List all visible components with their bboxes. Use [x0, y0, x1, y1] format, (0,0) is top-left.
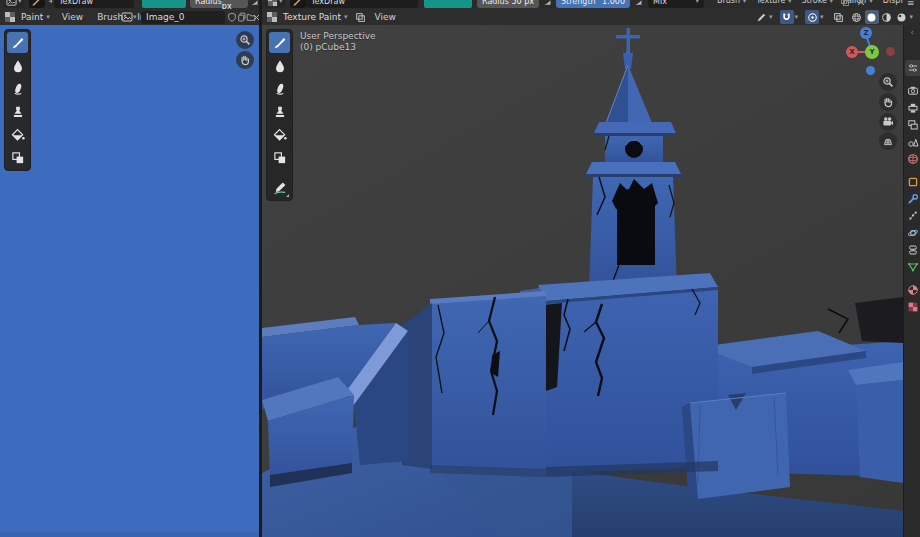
tool-settings-menu[interactable]: Brush ▾: [712, 0, 751, 7]
shading-solid-icon[interactable]: [865, 10, 879, 24]
menu-icon[interactable]: ≡: [907, 0, 915, 8]
image-editor-header: Paint▾ ViewBrushImage ▾ Image_0: [0, 9, 259, 25]
shading-material-icon[interactable]: [880, 10, 894, 24]
tool-draw[interactable]: [7, 32, 28, 53]
pressure-icon[interactable]: [250, 0, 259, 7]
tab-scene[interactable]: [905, 134, 920, 150]
canvas-edge: [0, 532, 259, 537]
brush-datablock-icon[interactable]: ▾: [265, 0, 285, 8]
tab-world[interactable]: [905, 151, 920, 167]
tab-material[interactable]: [905, 282, 920, 298]
tool-settings-menus: Brush ▾Texture ▾Stroke ▾Falloff ▾Display…: [712, 0, 903, 7]
collapse-arrow-icon[interactable]: ◂: [49, 0, 53, 5]
xray-toggle-icon[interactable]: [832, 10, 846, 24]
snap-icon[interactable]: [780, 10, 794, 24]
brush-preview-thumbnail[interactable]: [290, 0, 306, 8]
tab-object[interactable]: [905, 174, 920, 190]
viewport-tool-settings: ▾ TexDraw Radius 50 px Strength 1.000 Mi…: [262, 0, 903, 9]
radius-slider[interactable]: Radius 50 px: [190, 0, 248, 8]
gizmo-x-axis[interactable]: X: [846, 46, 858, 58]
tool-soften[interactable]: [269, 55, 290, 76]
tab-modifiers[interactable]: [905, 191, 920, 207]
shading-rendered-icon[interactable]: [895, 10, 909, 24]
tab-particles[interactable]: [905, 208, 920, 224]
brush-name-field[interactable]: TexDraw: [54, 0, 134, 8]
image-paint-toolbar: [4, 29, 31, 171]
image-editor-canvas[interactable]: [0, 25, 259, 537]
radius-slider[interactable]: Radius 50 px: [477, 0, 539, 8]
viewport-header: Texture Paint▾ View ▾ ▾ ▾ ▾: [262, 9, 903, 25]
shading-wireframe-icon[interactable]: [850, 10, 864, 24]
tool-smear[interactable]: [269, 78, 290, 99]
tab-tool[interactable]: [905, 60, 920, 76]
tool-fill[interactable]: [7, 124, 28, 145]
grid-options-icon[interactable]: [840, 0, 850, 7]
tab-output[interactable]: [905, 100, 920, 116]
tool-fill[interactable]: [269, 124, 290, 145]
tool-settings-menu[interactable]: Display ▾: [878, 0, 903, 7]
tab-view-layer[interactable]: [905, 117, 920, 133]
toggle-ortho-button[interactable]: [879, 132, 897, 150]
church-tower[interactable]: [586, 28, 681, 289]
chevron-down-icon[interactable]: ▾: [910, 14, 914, 21]
active-object-label: (0) pCube13: [300, 42, 376, 53]
fake-user-icon[interactable]: [227, 12, 237, 22]
proportional-editing-icon[interactable]: [805, 10, 819, 24]
image-editor-tool-settings: ▾ ◂ TexDraw Radius 50 px: [0, 0, 259, 9]
tool-smear[interactable]: [7, 78, 28, 99]
camera-view-button[interactable]: [879, 113, 897, 131]
editor-type-icon[interactable]: [4, 11, 16, 23]
gizmo-x-neg-axis[interactable]: [886, 47, 895, 56]
close-icon[interactable]: [856, 0, 866, 7]
zoom-gizmo-button[interactable]: [879, 73, 897, 91]
properties-header-cropped: ≡: [904, 0, 920, 9]
pressure-icon[interactable]: [543, 0, 552, 7]
mode-options-icon[interactable]: [355, 12, 366, 23]
tool-mask[interactable]: [7, 147, 28, 168]
viewport-menus: View: [368, 10, 403, 25]
editor-type-icon[interactable]: [266, 11, 278, 23]
tool-clone[interactable]: [269, 101, 290, 122]
annotate-brush-icon[interactable]: [754, 10, 768, 24]
tab-object-data[interactable]: [905, 259, 920, 275]
collapse-panel-icon[interactable]: ‹: [904, 25, 920, 39]
pressure-icon[interactable]: [634, 0, 643, 7]
image-name-field[interactable]: Image_0: [141, 11, 225, 24]
gizmo-z-axis[interactable]: Z: [860, 27, 872, 39]
brush-name-field[interactable]: TexDraw: [306, 0, 418, 8]
tool-settings-menu[interactable]: Texture ▾: [751, 0, 796, 7]
tab-render[interactable]: [905, 83, 920, 99]
blend-mode-dropdown[interactable]: Mix▾: [648, 0, 704, 8]
tool-annotate[interactable]: [269, 177, 290, 198]
chevron-down-icon[interactable]: ▾: [795, 14, 799, 21]
menu-item[interactable]: View: [55, 10, 90, 25]
tool-mask[interactable]: [269, 147, 290, 168]
brush-color-swatch[interactable]: [424, 0, 472, 8]
pan-gizmo-button[interactable]: [879, 93, 897, 111]
brush-datablock-icon[interactable]: ▾: [4, 0, 24, 8]
tool-soften[interactable]: [7, 55, 28, 76]
tab-physics[interactable]: [905, 225, 920, 241]
menu-item[interactable]: View: [368, 10, 403, 25]
chevron-down-icon[interactable]: ▾: [820, 14, 824, 21]
chevron-down-icon[interactable]: ▾: [769, 14, 773, 21]
strength-slider[interactable]: Strength 1.000: [556, 0, 630, 8]
tool-draw[interactable]: [269, 32, 290, 53]
brush-preview-thumbnail[interactable]: [29, 0, 45, 8]
pan-gizmo-button[interactable]: [236, 51, 254, 69]
gizmo-y-axis[interactable]: Y: [865, 45, 879, 59]
brush-color-swatch[interactable]: [142, 0, 186, 8]
paint-mode-dropdown[interactable]: Paint▾: [16, 10, 55, 24]
interaction-mode-dropdown[interactable]: Texture Paint▾: [278, 10, 353, 24]
browse-image-icon[interactable]: ▾: [121, 11, 137, 23]
viewport-3d-scene[interactable]: [262, 25, 903, 537]
tab-texture[interactable]: [905, 299, 920, 315]
tool-settings-menu[interactable]: Stroke ▾: [797, 0, 839, 7]
blender-window: ▾ ◂ TexDraw Radius 50 px ▾ TexDraw Radiu…: [0, 0, 920, 537]
gizmo-z-neg-axis[interactable]: [866, 66, 875, 75]
tool-clone[interactable]: [7, 101, 28, 122]
zoom-gizmo-button[interactable]: [236, 31, 254, 49]
tab-constraints[interactable]: [905, 242, 920, 258]
properties-tab-strip: ‹: [903, 25, 920, 537]
viewport-3d[interactable]: User Perspective (0) pCube13 Z X Y: [262, 25, 903, 537]
